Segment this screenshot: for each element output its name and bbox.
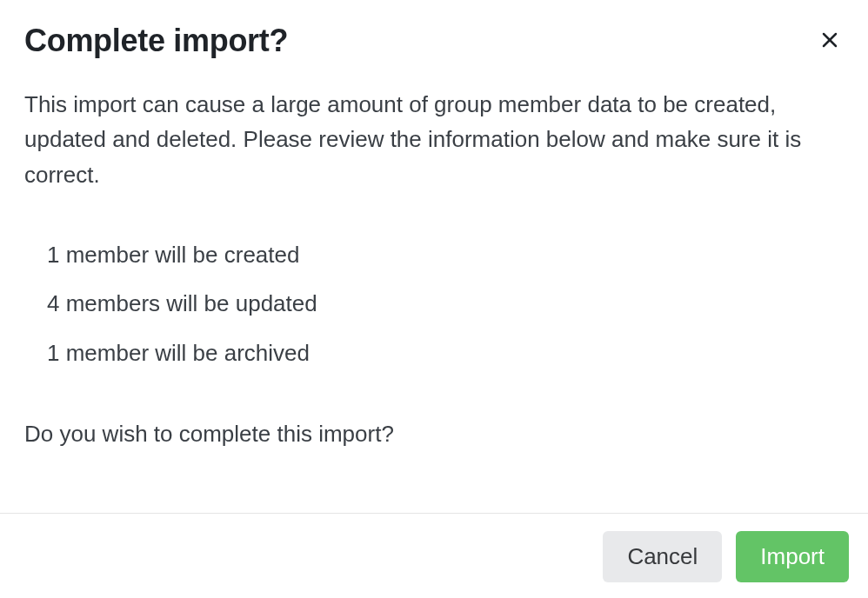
dialog-header: Complete import? bbox=[0, 0, 868, 66]
close-icon bbox=[819, 30, 840, 53]
dialog-footer: Cancel Import bbox=[0, 513, 868, 598]
summary-list: 1 member will be created 4 members will … bbox=[24, 239, 844, 369]
import-button[interactable]: Import bbox=[736, 531, 849, 582]
intro-text: This import can cause a large amount of … bbox=[24, 87, 844, 192]
complete-import-dialog: Complete import? This import can cause a… bbox=[0, 0, 868, 598]
close-button[interactable] bbox=[816, 26, 844, 56]
cancel-button[interactable]: Cancel bbox=[603, 531, 722, 582]
summary-updated: 4 members will be updated bbox=[47, 288, 844, 319]
summary-archived: 1 member will be archived bbox=[47, 337, 844, 369]
dialog-title: Complete import? bbox=[24, 23, 288, 59]
dialog-body: This import can cause a large amount of … bbox=[0, 66, 868, 513]
summary-created: 1 member will be created bbox=[47, 239, 844, 270]
confirm-text: Do you wish to complete this import? bbox=[24, 417, 844, 451]
